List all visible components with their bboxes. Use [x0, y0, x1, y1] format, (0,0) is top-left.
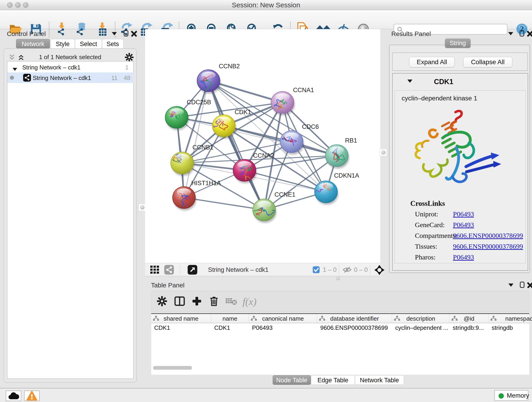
node-label: CDK1	[234, 109, 251, 115]
table-horizontal-scrollbar[interactable]	[153, 366, 192, 370]
crosslink-link[interactable]: P06493	[453, 210, 474, 218]
crosslink-link[interactable]: P06493	[453, 253, 474, 261]
network-view-toolbar: String Network – cdk1 1 – 0 0 – 0	[145, 263, 380, 276]
column-header-canonical-name[interactable]: canonical name	[249, 314, 317, 323]
function-builder-icon: f(x)	[242, 296, 256, 307]
node-label: CCNA2	[253, 152, 274, 159]
column-header-description[interactable]: description	[392, 314, 450, 323]
network-node-ccna1[interactable]: CCNA1	[271, 87, 314, 115]
column-header-namespace[interactable]: namespace	[489, 314, 532, 323]
protein-details: cyclin–dependent kinase 1	[394, 90, 526, 263]
right-splitter-handle[interactable]	[380, 149, 387, 156]
birds-eye-view-icon[interactable]	[374, 265, 385, 276]
table-panel-title: Table Panel	[151, 282, 184, 289]
crosslink-row: Tissues:9606.ENSP00000378699	[415, 242, 523, 253]
network-node-rb1[interactable]: RB1	[325, 137, 357, 169]
network-canvas[interactable]: CCNB2 CCNA1 CDC25B CDK1 CDC6 RB1 CCNB1 C…	[145, 29, 380, 263]
tab-node-table[interactable]: Node Table	[273, 375, 311, 385]
delete-table-icon	[226, 297, 238, 306]
tab-network-table[interactable]: Network Table	[355, 375, 404, 385]
column-header-name[interactable]: name	[211, 314, 249, 323]
add-column-icon[interactable]	[192, 296, 202, 307]
node-label: CDC6	[302, 123, 319, 130]
control-panel-float-icon[interactable]	[124, 30, 128, 37]
window-title: Session: New Session	[0, 0, 532, 10]
import-table-icon[interactable]	[96, 22, 109, 37]
memory-button[interactable]: Memory	[494, 390, 528, 401]
results-panel-close-icon[interactable]	[527, 31, 532, 38]
table-cell[interactable]: stringdb:9...	[450, 323, 488, 332]
selected-checkbox-icon[interactable]	[313, 266, 320, 274]
tab-style[interactable]: Style	[51, 39, 75, 49]
network-node-hist1h1a[interactable]: HIST1H1A	[172, 180, 221, 211]
network-node-ccne1[interactable]: CCNE1	[246, 191, 295, 223]
table-cell[interactable]: P06493	[249, 323, 317, 332]
node-label: HIST1H1A	[191, 180, 221, 186]
node-label: CCNB1	[192, 144, 214, 151]
crosslink-link[interactable]: P06493	[453, 221, 474, 229]
columns-icon[interactable]	[174, 296, 185, 307]
network-tree: String Network – cdk1 1 String Network –…	[7, 61, 133, 379]
tab-string[interactable]: String	[445, 38, 471, 48]
cloud-button[interactable]	[6, 390, 21, 401]
grid-view-icon[interactable]	[150, 265, 160, 275]
expand-collapse-icon[interactable]	[13, 65, 17, 72]
tab-select[interactable]: Select	[75, 39, 102, 49]
crosslinks-title: CrossLinks	[410, 199, 445, 208]
node-label: CCNE1	[274, 191, 296, 198]
network-node-cdk1[interactable]: CDK1	[211, 109, 251, 139]
warning-icon	[26, 391, 37, 401]
control-panel-menu-icon[interactable]	[112, 32, 117, 36]
expand-all-button[interactable]: Expand All	[409, 57, 455, 67]
table-cell[interactable]: cyclin–dependent ...	[392, 323, 450, 332]
network-node-ccnb2[interactable]: CCNB2	[197, 63, 240, 94]
table-toolbar: f(x)	[151, 291, 529, 312]
hidden-eye-slash-icon	[342, 266, 352, 274]
crosslink-row: Compartments:9606.ENSP00000378699	[415, 232, 523, 242]
network-view-share-icon[interactable]	[164, 265, 174, 275]
settings-gear-icon[interactable]	[157, 296, 167, 307]
table-cell[interactable]: stringdb	[489, 323, 532, 332]
table-cell[interactable]: CDK1	[151, 323, 211, 332]
import-network-database-icon[interactable]	[75, 22, 88, 37]
control-panel-close-icon[interactable]	[131, 31, 137, 38]
crosslink-link[interactable]: 9606.ENSP00000378699	[453, 232, 523, 240]
column-header-database-identifier[interactable]: database identifier	[317, 314, 392, 323]
tab-network[interactable]: Network	[16, 39, 50, 49]
protein-name: CDK1	[434, 78, 453, 86]
import-network-icon[interactable]	[55, 22, 69, 37]
crosslink-label: Pharos:	[415, 253, 436, 261]
collapse-all-button[interactable]: Collapse All	[463, 57, 512, 67]
toolbar-separator	[49, 22, 50, 37]
crosslink-label: Compartments:	[415, 232, 457, 239]
table-cell[interactable]: 9606.ENSP00000378699	[317, 323, 392, 332]
delete-icon[interactable]	[209, 296, 219, 307]
network-tree-row[interactable]: String Network – cdk1 1	[7, 62, 133, 72]
open-in-new-window-icon[interactable]	[188, 265, 197, 275]
node-label: CDC25B	[187, 99, 211, 106]
node-label: CDKN1A	[334, 172, 359, 179]
node-label: CCNA1	[293, 87, 314, 94]
network-list-box: 1 of 1 Network selected String Network –…	[4, 48, 137, 382]
table-cell[interactable]: CDK1	[211, 323, 249, 332]
protein-section-header[interactable]: CDK1	[393, 74, 528, 90]
protein-structure-image	[407, 108, 506, 188]
hidden-nodes-edges-count: 0 – 0	[354, 263, 368, 276]
table-panel-close-icon[interactable]	[527, 282, 532, 289]
crosslink-link[interactable]: 9606.ENSP00000378699	[453, 242, 523, 250]
network-tree-row[interactable]: String Network – cdk1 11 48	[7, 72, 133, 83]
network-node-ccnb1[interactable]: CCNB1	[171, 144, 214, 176]
column-header--id[interactable]: @id	[450, 314, 488, 323]
collapse-section-icon[interactable]	[407, 80, 412, 84]
crosslink-row: Pharos:P06493	[415, 253, 523, 264]
table-panel-menu-icon[interactable]	[508, 283, 513, 288]
results-panel-menu-icon[interactable]	[508, 32, 513, 36]
results-panel-float-icon[interactable]	[520, 30, 524, 37]
table-panel-float-icon[interactable]	[520, 282, 525, 289]
warning-button[interactable]	[24, 390, 40, 401]
tab-edge-table[interactable]: Edge Table	[311, 375, 355, 385]
column-header-shared-name[interactable]: shared name	[151, 314, 211, 323]
protein-description: cyclin–dependent kinase 1	[402, 95, 477, 102]
network-node-cdc25b[interactable]: CDC25B	[165, 99, 211, 130]
tab-sets[interactable]: Sets	[102, 39, 123, 49]
